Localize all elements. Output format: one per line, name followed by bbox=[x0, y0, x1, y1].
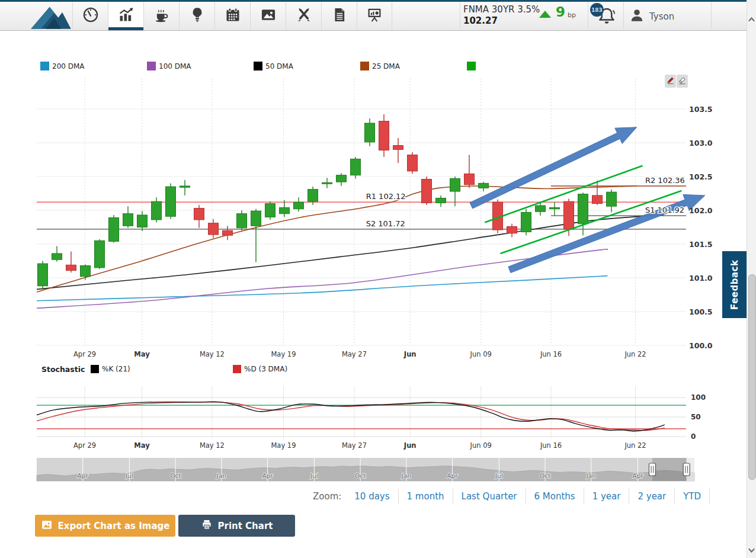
candle-may-17 bbox=[280, 200, 290, 217]
stochastic-axis-tick: 0 bbox=[691, 432, 696, 441]
handle-grip-icon bbox=[683, 463, 690, 476]
export-chart-button[interactable]: Export Chart as Image bbox=[35, 515, 175, 537]
stochastic-axis-tick: 100 bbox=[691, 393, 706, 402]
candle-may-14 bbox=[237, 210, 247, 230]
tab-gauge[interactable] bbox=[72, 2, 108, 30]
candle-jun-03 bbox=[422, 177, 432, 205]
printer-icon bbox=[201, 519, 213, 533]
scroll-up-icon[interactable] bbox=[748, 15, 755, 24]
legend-swatch bbox=[147, 62, 156, 70]
tab-coffee[interactable] bbox=[143, 2, 179, 30]
candle-may-30 bbox=[393, 138, 403, 163]
scroll-down-icon[interactable] bbox=[748, 546, 755, 554]
candle-may-07 bbox=[166, 183, 176, 219]
navigator-left-handle[interactable] bbox=[649, 463, 655, 476]
ma-line-200-dma bbox=[37, 276, 607, 301]
tab-presentation[interactable] bbox=[357, 2, 392, 30]
candle-body bbox=[66, 265, 76, 270]
candle-jun-11 bbox=[507, 224, 517, 238]
date-axis-tick: Jun bbox=[403, 441, 417, 450]
toolbar-divider bbox=[588, 2, 588, 28]
candle-body bbox=[337, 175, 347, 182]
candle-body bbox=[408, 155, 418, 171]
vertical-scrollbar[interactable] bbox=[747, 0, 756, 558]
gauge-icon bbox=[82, 7, 99, 25]
date-axis-tick: Jun 09 bbox=[470, 350, 492, 358]
stochastic-legend-item: %K (21) bbox=[91, 365, 130, 373]
toolbar-divider bbox=[623, 2, 624, 28]
candle-may-21 bbox=[308, 187, 318, 205]
print-chart-button[interactable]: Print Chart bbox=[178, 515, 295, 537]
candle-may-02 bbox=[123, 206, 133, 227]
zoom-option-last-quarter[interactable]: Last Quarter bbox=[453, 489, 526, 504]
scrollbar-thumb[interactable] bbox=[748, 274, 756, 480]
candle-body bbox=[365, 123, 375, 142]
stochastic-panel: 100500Apr 29MayMay 12May 19May 27JunJun … bbox=[37, 386, 706, 450]
feedback-tab[interactable]: Feedback bbox=[722, 251, 747, 318]
candle-body bbox=[493, 202, 503, 230]
tab-charts[interactable] bbox=[108, 2, 143, 30]
legend-item-unlabeled bbox=[467, 62, 479, 70]
candle-jun-17 bbox=[564, 199, 574, 236]
zoom-option-2-year[interactable]: 2 year bbox=[629, 489, 675, 504]
notification-badge: 183 bbox=[590, 3, 604, 17]
candle-may-23 bbox=[337, 173, 347, 186]
legend-swatch bbox=[40, 62, 49, 70]
navigator-date-label: Apr bbox=[78, 472, 89, 479]
candle-body bbox=[308, 190, 318, 202]
candle-body bbox=[166, 187, 176, 216]
candle-body bbox=[578, 194, 588, 224]
navigator-right-handle[interactable] bbox=[683, 463, 690, 476]
trend-arrow-annotation bbox=[470, 127, 637, 209]
candle-apr-25 bbox=[52, 246, 62, 261]
candle-jun-13 bbox=[536, 202, 546, 216]
trend-arrow-annotation bbox=[508, 194, 705, 272]
zoom-option-ytd[interactable]: YTD bbox=[675, 489, 710, 504]
coffee-icon bbox=[153, 7, 170, 25]
zoom-option-1-year[interactable]: 1 year bbox=[584, 489, 630, 504]
stochastic-k-line bbox=[37, 402, 665, 431]
zoom-option-6-months[interactable]: 6 Months bbox=[526, 489, 584, 504]
tab-lightbulb[interactable] bbox=[179, 2, 214, 30]
app-logo[interactable] bbox=[30, 4, 72, 28]
draw-tool-button[interactable] bbox=[665, 75, 676, 88]
stochastic-legend-item: %D (3 DMA) bbox=[233, 365, 287, 373]
candle-may-08 bbox=[180, 180, 190, 195]
erase-tool-button[interactable] bbox=[677, 75, 688, 88]
date-axis-tick: May bbox=[134, 350, 150, 358]
ma-line-100-dma bbox=[37, 249, 608, 309]
navigator-date-label: Jul bbox=[125, 472, 133, 479]
candle-body bbox=[95, 240, 105, 268]
date-axis-tick: Apr 29 bbox=[73, 350, 96, 358]
navigator-selected-range[interactable] bbox=[652, 458, 687, 481]
calendar-icon bbox=[225, 7, 241, 25]
tab-documents[interactable] bbox=[321, 2, 357, 30]
tab-tools[interactable] bbox=[286, 2, 321, 30]
tab-calendar[interactable] bbox=[214, 2, 250, 30]
legend-item-200-dma: 200 DMA bbox=[40, 62, 85, 70]
tab-media[interactable] bbox=[250, 2, 286, 30]
trend-channel-line bbox=[501, 191, 682, 254]
candle-body bbox=[237, 214, 247, 228]
top-toolbar: FNMA 30YR 3.5% 102.27 9 bp 183 Tyson bbox=[0, 0, 747, 31]
legend-swatch bbox=[467, 62, 476, 70]
candle-body bbox=[592, 195, 603, 204]
zoom-option-1-month[interactable]: 1 month bbox=[399, 489, 453, 504]
navigator-date-label: Jul bbox=[495, 472, 503, 479]
export-chart-label: Export Chart as Image bbox=[58, 521, 170, 531]
user-menu[interactable]: Tyson bbox=[629, 8, 674, 25]
price-axis-tick: 101.0 bbox=[689, 274, 713, 283]
navigator-date-label: Jan bbox=[586, 472, 596, 479]
lightbulb-icon bbox=[189, 7, 206, 25]
candle-jun-12 bbox=[521, 209, 531, 235]
candle-may-16 bbox=[265, 201, 276, 220]
pivot-label-s2: S2 101.72 bbox=[366, 219, 405, 228]
zoom-range-bar: Zoom: 10 days1 monthLast Quarter6 Months… bbox=[313, 488, 710, 505]
legend-label: 25 DMA bbox=[372, 62, 400, 70]
navigator-track[interactable] bbox=[37, 458, 694, 481]
zoom-option-10-days[interactable]: 10 days bbox=[346, 489, 398, 504]
handle-grip-icon bbox=[649, 463, 655, 476]
toolbar-tabs bbox=[72, 2, 392, 30]
candle-jun-14 bbox=[550, 202, 560, 216]
quote-block[interactable]: FNMA 30YR 3.5% 102.27 bbox=[463, 4, 540, 27]
